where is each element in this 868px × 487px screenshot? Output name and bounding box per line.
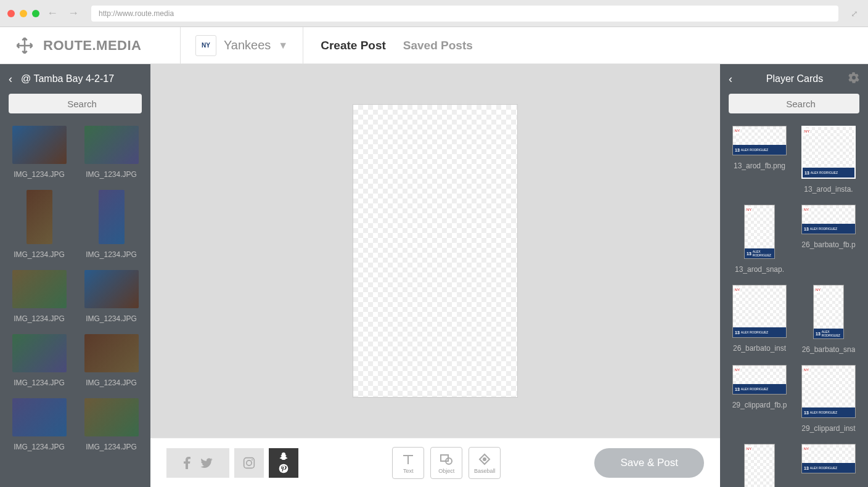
top-bar: ROUTE.MEDIA NY Yankees ▼ Create Post Sav… bbox=[0, 27, 868, 64]
player-card-thumb[interactable]: NY13ALEX RODRIGUEZ bbox=[729, 444, 790, 487]
image-thumb[interactable]: IMG_1234.JPG bbox=[81, 270, 142, 323]
close-window-icon[interactable] bbox=[7, 10, 15, 17]
card-thumbnail: NY13ALEX RODRIGUEZ bbox=[744, 444, 775, 487]
tool-label: Text bbox=[403, 468, 414, 474]
team-badge-icon: NY bbox=[803, 446, 809, 452]
tool-label: Object bbox=[438, 468, 454, 474]
left-panel-title: @ Tamba Bay 4-2-17 bbox=[21, 73, 142, 84]
image-label: IMG_1234.JPG bbox=[86, 250, 137, 259]
image-thumbnail bbox=[12, 270, 67, 308]
back-arrow-icon[interactable]: ← bbox=[44, 7, 60, 20]
save-post-button[interactable]: Save & Post bbox=[594, 448, 704, 478]
player-card-thumb[interactable]: NY13ALEX RODRIGUEZ13_arod_insta. bbox=[798, 126, 859, 194]
image-thumb[interactable]: IMG_1234.JPG bbox=[9, 334, 70, 387]
image-thumb[interactable]: IMG_1234.JPG bbox=[9, 190, 70, 259]
team-selector[interactable]: NY Yankees ▼ bbox=[180, 27, 303, 63]
card-thumbnail: NY13ALEX RODRIGUEZ bbox=[801, 444, 856, 473]
card-banner: 13ALEX RODRIGUEZ bbox=[802, 463, 855, 473]
expand-icon[interactable]: ⤢ bbox=[848, 9, 861, 18]
player-card-thumb[interactable]: NY13ALEX RODRIGUEZ29_clippard_fb.p bbox=[729, 365, 790, 433]
team-badge-icon: NY bbox=[746, 446, 752, 452]
card-banner: 13ALEX RODRIGUEZ bbox=[803, 168, 854, 178]
card-label: 29_clippard_fb.p bbox=[732, 401, 787, 409]
team-badge-icon: NY bbox=[803, 367, 809, 373]
card-label: 29_clippard_inst bbox=[801, 424, 855, 433]
image-thumb[interactable]: IMG_1234.JPG bbox=[81, 190, 142, 259]
minimize-window-icon[interactable] bbox=[20, 10, 27, 17]
snapchat-pinterest-button[interactable] bbox=[269, 448, 298, 478]
player-card-thumb[interactable]: NY13ALEX RODRIGUEZ26_barbato_sna bbox=[798, 285, 859, 354]
image-thumb[interactable]: IMG_1234.JPG bbox=[9, 398, 70, 451]
tab-create-post[interactable]: Create Post bbox=[321, 39, 386, 52]
image-thumbnail bbox=[12, 126, 67, 164]
text-icon bbox=[401, 452, 416, 467]
image-thumbnail bbox=[12, 334, 67, 372]
right-panel-header: ‹ Player Cards bbox=[720, 64, 868, 94]
team-name: Yankees bbox=[224, 38, 271, 52]
card-banner: 13ALEX RODRIGUEZ bbox=[733, 145, 786, 155]
center-area: Text Object Baseball Save & Post bbox=[150, 64, 720, 487]
instagram-icon bbox=[243, 457, 255, 469]
card-banner: 13ALEX RODRIGUEZ bbox=[745, 248, 774, 258]
image-thumbnail bbox=[27, 190, 52, 244]
right-card-scroll[interactable]: NY13ALEX RODRIGUEZ13_arod_fb.pngNY13ALEX… bbox=[720, 121, 868, 487]
text-tool-button[interactable]: Text bbox=[392, 447, 424, 479]
main-area: ‹ @ Tamba Bay 4-2-17 IMG_1234.JPGIMG_123… bbox=[0, 64, 868, 487]
image-thumbnail bbox=[84, 126, 139, 164]
card-thumbnail: NY13ALEX RODRIGUEZ bbox=[801, 205, 856, 234]
gear-icon[interactable] bbox=[848, 72, 859, 86]
svg-point-4 bbox=[279, 464, 289, 473]
image-thumb[interactable]: IMG_1234.JPG bbox=[81, 398, 142, 451]
social-group bbox=[166, 448, 298, 478]
tab-saved-posts[interactable]: Saved Posts bbox=[403, 39, 473, 52]
chevron-down-icon: ▼ bbox=[278, 40, 288, 51]
image-thumbnail bbox=[84, 270, 139, 308]
snapchat-icon bbox=[279, 452, 289, 461]
image-label: IMG_1234.JPG bbox=[14, 443, 65, 451]
player-card-thumb[interactable]: NY13ALEX RODRIGUEZ13_arod_snap. bbox=[729, 205, 790, 274]
left-image-scroll[interactable]: IMG_1234.JPGIMG_1234.JPGIMG_1234.JPGIMG_… bbox=[0, 121, 150, 487]
right-search-input[interactable] bbox=[729, 94, 859, 113]
player-card-thumb[interactable]: NY13ALEX RODRIGUEZ bbox=[798, 444, 859, 487]
image-thumb[interactable]: IMG_1234.JPG bbox=[9, 126, 70, 179]
player-card-thumb[interactable]: NY13ALEX RODRIGUEZ29_clippard_inst bbox=[798, 365, 859, 433]
facebook-twitter-button[interactable] bbox=[166, 448, 229, 478]
team-logo-icon: NY bbox=[195, 35, 216, 56]
card-thumbnail: NY13ALEX RODRIGUEZ bbox=[744, 205, 775, 259]
card-thumbnail: NY13ALEX RODRIGUEZ bbox=[801, 365, 856, 418]
card-label: 26_barbato_sna bbox=[802, 345, 856, 354]
nav-tabs: Create Post Saved Posts bbox=[303, 27, 490, 63]
image-thumb[interactable]: IMG_1234.JPG bbox=[81, 334, 142, 387]
player-card-thumb[interactable]: NY13ALEX RODRIGUEZ26_barbato_inst bbox=[729, 285, 790, 354]
object-icon bbox=[439, 452, 454, 467]
back-chevron-icon[interactable]: ‹ bbox=[729, 73, 732, 86]
post-canvas[interactable] bbox=[353, 104, 518, 398]
back-chevron-icon[interactable]: ‹ bbox=[9, 73, 12, 86]
card-thumbnail: NY13ALEX RODRIGUEZ bbox=[732, 365, 787, 395]
maximize-window-icon[interactable] bbox=[32, 10, 39, 17]
svg-point-7 bbox=[483, 458, 486, 460]
baseball-tool-button[interactable]: Baseball bbox=[469, 447, 501, 479]
card-banner: 13ALEX RODRIGUEZ bbox=[802, 224, 855, 234]
player-card-thumb[interactable]: NY13ALEX RODRIGUEZ26_barbato_fb.p bbox=[798, 205, 859, 274]
card-label: 13_arod_fb.png bbox=[734, 162, 785, 170]
left-search-input[interactable] bbox=[9, 94, 142, 113]
image-thumbnail bbox=[84, 398, 139, 436]
image-label: IMG_1234.JPG bbox=[86, 170, 137, 179]
image-label: IMG_1234.JPG bbox=[14, 379, 65, 387]
team-badge-icon: NY bbox=[734, 128, 740, 134]
card-thumbnail: NY13ALEX RODRIGUEZ bbox=[732, 126, 787, 155]
canvas-wrap bbox=[150, 64, 720, 438]
image-thumb[interactable]: IMG_1234.JPG bbox=[81, 126, 142, 179]
image-thumb[interactable]: IMG_1234.JPG bbox=[9, 270, 70, 323]
card-label: 26_barbato_fb.p bbox=[801, 240, 855, 249]
image-label: IMG_1234.JPG bbox=[86, 379, 137, 387]
player-card-thumb[interactable]: NY13ALEX RODRIGUEZ13_arod_fb.png bbox=[729, 126, 790, 194]
forward-arrow-icon[interactable]: → bbox=[65, 7, 81, 20]
tool-group: Text Object Baseball bbox=[392, 447, 501, 479]
tool-label: Baseball bbox=[474, 468, 496, 474]
url-bar[interactable]: http://www.route.media bbox=[91, 6, 838, 22]
object-tool-button[interactable]: Object bbox=[430, 447, 462, 479]
instagram-button[interactable] bbox=[234, 448, 264, 478]
traffic-lights bbox=[7, 10, 39, 17]
